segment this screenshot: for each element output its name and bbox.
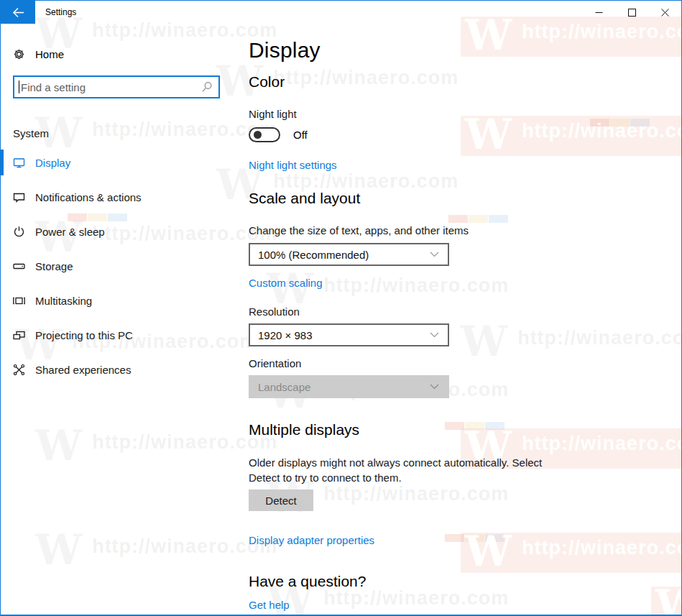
watermark-w-logo: W (461, 324, 507, 359)
night-light-toggle-row: Off (249, 127, 308, 142)
detect-button[interactable]: Detect (249, 489, 313, 511)
window-title: Settings (45, 7, 582, 17)
display-adapter-properties-link[interactable]: Display adapter properties (249, 534, 374, 546)
power-icon (13, 226, 25, 238)
winaero-watermark: Whttp://winaero.com (35, 428, 277, 463)
sidebar-item-label: Notifications & actions (35, 191, 142, 203)
back-button[interactable] (1, 1, 35, 24)
scaling-dropdown[interactable]: 100% (Recommended) (249, 243, 449, 266)
back-arrow-icon (12, 7, 24, 18)
resolution-label: Resolution (249, 305, 300, 318)
night-light-label: Night light (249, 108, 297, 120)
winaero-watermark: Whttp://winaero.com (461, 533, 682, 573)
orientation-dropdown[interactable]: Landscape (249, 375, 449, 398)
multiple-displays-heading: Multiple displays (249, 421, 359, 438)
watermark-w-logo: W (35, 428, 82, 463)
sidebar-item-label: Multitasking (35, 295, 92, 307)
multitasking-icon (13, 295, 25, 307)
close-icon (661, 9, 669, 17)
scaling-size-label: Change the size of text, apps, and other… (249, 224, 469, 236)
resolution-dropdown[interactable]: 1920 × 983 (249, 323, 449, 346)
winaero-watermark: Whttp://winaero.com (651, 587, 682, 616)
color-section-heading: Color (249, 73, 285, 91)
minimize-icon (595, 9, 603, 17)
watermark-w-logo: W (465, 117, 512, 152)
watermark-w-logo: W (655, 588, 682, 616)
projecting-icon (13, 329, 25, 341)
winaero-watermark: Whttp://winaero.com (461, 324, 682, 359)
display-icon (13, 157, 25, 169)
sidebar-item-notifications[interactable]: Notifications & actions (1, 184, 238, 210)
notifications-icon (13, 191, 25, 203)
toggle-knob (254, 131, 262, 139)
sidebar-item-multitasking[interactable]: Multitasking (1, 288, 238, 313)
storage-icon (13, 260, 25, 272)
sidebar-item-label: Display (35, 157, 70, 169)
multiple-displays-description: Older displays might not always connect … (249, 455, 554, 485)
sidebar-item-label: Shared experiences (35, 364, 131, 376)
scale-section-heading: Scale and layout (249, 190, 360, 207)
close-button[interactable] (648, 1, 681, 24)
watermark-w-logo: W (465, 534, 512, 569)
window-controls (582, 1, 681, 24)
night-light-toggle[interactable] (249, 127, 280, 142)
winaero-watermark: Whttp://winaero.com (35, 533, 277, 567)
chevron-down-icon (430, 332, 439, 338)
watermark-url-text: http://winaero.com (522, 120, 682, 142)
gear-icon (13, 48, 25, 60)
title-bar: Settings (1, 1, 681, 24)
wallpaper-flag-decoration (445, 534, 505, 542)
night-light-settings-link[interactable]: Night light settings (249, 159, 337, 171)
watermark-url-text: http://winaero.com (273, 67, 458, 89)
get-help-link[interactable]: Get help (249, 599, 290, 611)
help-section-heading: Have a question? (249, 573, 366, 590)
settings-window: { "window": { "title": "Settings" }, "si… (0, 0, 682, 616)
shared-experiences-icon (13, 364, 25, 376)
sidebar-section-label: System (13, 127, 49, 139)
page-title: Display (249, 38, 321, 63)
maximize-icon (628, 9, 636, 17)
watermark-url-text: http://winaero.com (522, 537, 682, 559)
sidebar-item-home[interactable]: Home (13, 41, 64, 67)
wallpaper-flag-decoration (590, 119, 650, 127)
wallpaper-flag-decoration (445, 422, 505, 430)
sidebar-item-display[interactable]: Display (1, 150, 238, 175)
chevron-down-icon (430, 384, 439, 390)
orientation-label: Orientation (249, 357, 301, 369)
watermark-url-text: http://winaero.com (517, 327, 682, 349)
watermark-url-text: http://winaero.com (323, 587, 509, 610)
scaling-dropdown-value: 100% (Recommended) (258, 249, 369, 261)
watermark-url-text: http://winaero.com (522, 21, 682, 43)
search-input[interactable] (13, 75, 220, 98)
sidebar-item-label: Storage (35, 260, 73, 272)
search-icon[interactable] (201, 81, 213, 96)
maximize-button[interactable] (615, 1, 648, 24)
sidebar-item-label: Power & sleep (35, 226, 105, 238)
winaero-watermark: Whttp://winaero.com (35, 116, 277, 150)
winaero-watermark: Whttp://winaero.com (461, 116, 682, 156)
selected-indicator (1, 150, 4, 175)
watermark-url-text: http://winaero.com (323, 483, 509, 505)
sidebar-item-projecting[interactable]: Projecting to this PC (1, 322, 238, 348)
sidebar-item-label: Projecting to this PC (35, 329, 133, 341)
sidebar-item-shared-experiences[interactable]: Shared experiences (1, 357, 238, 382)
resolution-dropdown-value: 1920 × 983 (258, 329, 313, 341)
sidebar-nav: Display Notifications & actions Power & … (1, 150, 238, 391)
custom-scaling-link[interactable]: Custom scaling (249, 277, 323, 289)
orientation-dropdown-value: Landscape (258, 381, 310, 393)
search-box (13, 75, 220, 98)
watermark-url-text: http://winaero.com (522, 433, 682, 455)
text-caret (19, 81, 19, 93)
sidebar-home-label: Home (35, 48, 64, 60)
watermark-w-logo: W (35, 533, 82, 567)
wallpaper-flag-decoration (448, 215, 509, 223)
night-light-state: Off (293, 129, 308, 141)
minimize-button[interactable] (582, 1, 615, 24)
chevron-down-icon (430, 252, 439, 257)
sidebar-item-storage[interactable]: Storage (1, 253, 238, 279)
sidebar-item-power-sleep[interactable]: Power & sleep (1, 219, 238, 244)
watermark-url-text: http://winaero.com (323, 275, 509, 297)
